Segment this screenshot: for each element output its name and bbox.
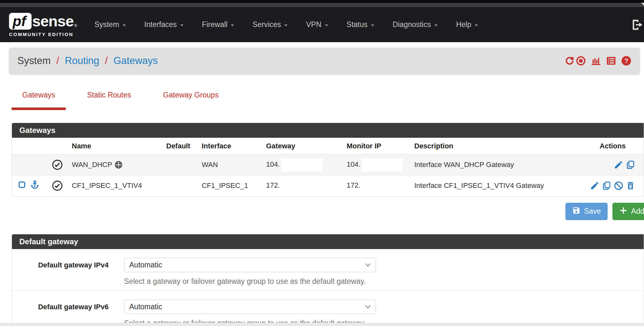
tab-gateway-groups[interactable]: Gateway Groups	[152, 91, 229, 110]
col-monitor-ip: Monitor IP	[347, 138, 414, 154]
save-button[interactable]: Save	[565, 203, 608, 220]
default-gateway-panel-title: Default gateway	[12, 234, 644, 249]
nav-item-firewall[interactable]: Firewall	[193, 20, 244, 29]
col-interface: Interface	[202, 138, 266, 154]
gateway-name: CF1_IPSEC_1_VTIV4	[72, 182, 142, 190]
tab-bar: Gateways Static Routes Gateway Groups	[12, 91, 644, 110]
monitor-graph-icon[interactable]	[591, 56, 601, 66]
help-icon[interactable]: ?	[621, 56, 631, 66]
redacted-value	[281, 179, 322, 192]
pfsense-logo-wordmark: pf sense ®	[9, 12, 77, 30]
status-cell	[52, 154, 72, 175]
chevron-down-icon	[230, 20, 235, 29]
col-left-icons	[12, 138, 52, 154]
add-button[interactable]: Add	[612, 203, 644, 220]
svg-text:?: ?	[624, 57, 628, 64]
breadcrumb-bar: System / Routing / Gateways ?	[9, 48, 640, 74]
gateway-row-cf1-ipsec: CF1_IPSEC_1_VTIV4 CF1_IPSEC_1 172. 172. …	[12, 175, 644, 196]
gateways-panel: Gateways Name Default Interface Gateway …	[12, 123, 644, 197]
col-gateway: Gateway	[266, 138, 347, 154]
tab-static-routes[interactable]: Static Routes	[76, 91, 142, 110]
nav-item-label: Diagnostics	[393, 20, 431, 29]
gateway-row-wan-dhcp: WAN_DHCP WAN 104. 104. Interface WAN_DHC…	[12, 154, 644, 175]
gateway-online-check-circle-icon	[52, 180, 72, 191]
name-cell: WAN_DHCP	[72, 154, 166, 175]
chevron-down-icon	[284, 20, 288, 29]
nav-item-label: Interfaces	[144, 20, 177, 29]
nav-item-label: Firewall	[202, 20, 227, 29]
chevron-down-icon	[474, 20, 478, 29]
status-cell	[52, 175, 72, 196]
registered-mark: ®	[74, 23, 77, 28]
default-gateway-ipv4-label: Default gateway IPv4	[12, 258, 109, 286]
nav-item-help[interactable]: Help	[447, 20, 487, 29]
tab-gateways[interactable]: Gateways	[12, 91, 66, 110]
name-cell: CF1_IPSEC_1_VTIV4	[72, 175, 166, 196]
default-gateway-ipv6-label: Default gateway IPv6	[12, 300, 109, 326]
sign-out-icon[interactable]	[630, 18, 644, 32]
gateway-name: WAN_DHCP	[72, 161, 112, 169]
default-gateway-ipv4-select[interactable]: Automatic	[124, 258, 376, 272]
copy-icon[interactable]	[602, 181, 611, 191]
copy-icon[interactable]	[626, 160, 635, 170]
edit-pencil-icon[interactable]	[590, 181, 600, 191]
table-buttons: Save Add	[0, 203, 644, 220]
delete-trash-icon[interactable]	[626, 181, 635, 191]
redacted-value	[362, 158, 403, 172]
redacted-value	[362, 179, 403, 192]
log-icon[interactable]	[606, 56, 616, 66]
chevron-down-icon	[180, 20, 184, 29]
nav-item-services[interactable]: Services	[244, 20, 297, 29]
default-cell	[166, 154, 202, 175]
chevron-down-icon	[370, 20, 375, 29]
breadcrumb-link-routing[interactable]: Routing	[65, 55, 99, 66]
nav-item-vpn[interactable]: VPN	[297, 20, 337, 29]
description-cell: Interface WAN_DHCP Gateway	[414, 154, 577, 175]
default-gateway-ipv6-select[interactable]: Automatic	[124, 300, 376, 314]
default-gateway-panel: Default gateway Default gateway IPv4 Aut…	[12, 234, 644, 326]
default-gateway-ipv4-row: Default gateway IPv4 Automatic Select a …	[12, 249, 644, 291]
col-name: Name	[72, 138, 166, 154]
gateway-online-check-circle-icon	[52, 159, 72, 170]
nav-item-label: Help	[456, 20, 471, 29]
breadcrumb-link-gateways[interactable]: Gateways	[113, 55, 158, 66]
disable-ban-icon[interactable]	[614, 181, 623, 191]
window-top-edge	[0, 0, 644, 3]
nav-item-label: Status	[347, 20, 368, 29]
refresh-icon[interactable]	[565, 56, 574, 66]
breadcrumb-separator: /	[102, 55, 111, 66]
nav-item-system[interactable]: System	[85, 20, 135, 29]
nav-menu: System Interfaces Firewall Services VPN …	[85, 20, 487, 29]
pfsense-logo-subtitle: COMMUNITY EDITION	[9, 32, 77, 37]
nav-item-status[interactable]: Status	[338, 20, 384, 29]
breadcrumb-action-icons: ?	[565, 56, 631, 66]
gateway-cell: 172.	[266, 175, 347, 196]
anchor-icon[interactable]	[30, 180, 40, 191]
col-actions: Actions	[577, 138, 644, 154]
gateways-table: Name Default Interface Gateway Monitor I…	[12, 138, 644, 196]
edit-pencil-icon[interactable]	[614, 160, 623, 170]
col-status	[52, 138, 72, 154]
chevron-down-icon	[324, 20, 329, 29]
monitor-ip-cell: 104.	[347, 154, 414, 175]
breadcrumb-separator: /	[53, 55, 62, 66]
save-floppy-icon	[572, 206, 581, 217]
monitor-ip: 172.	[347, 181, 360, 189]
nav-item-label: System	[94, 20, 119, 29]
default-gateway-ipv4-help: Select a gateway or failover gateway gro…	[124, 277, 376, 286]
breadcrumb: System / Routing / Gateways	[17, 55, 158, 67]
nav-item-interfaces[interactable]: Interfaces	[135, 20, 193, 29]
square-outline-icon[interactable]	[18, 181, 26, 191]
actions-cell	[577, 154, 644, 175]
redacted-value	[281, 158, 322, 172]
col-description: Description	[414, 138, 577, 154]
chevron-down-icon	[122, 20, 126, 29]
page-bottom-edge	[0, 323, 644, 326]
add-button-label: Add	[631, 207, 644, 216]
pfsense-logo-sense: sense	[32, 12, 73, 30]
plus-icon	[619, 206, 628, 217]
stop-circle-icon[interactable]	[576, 56, 586, 66]
nav-item-diagnostics[interactable]: Diagnostics	[384, 20, 447, 29]
interface-cell: CF1_IPSEC_1	[202, 175, 266, 196]
pfsense-logo[interactable]: pf sense ® COMMUNITY EDITION	[9, 12, 77, 37]
